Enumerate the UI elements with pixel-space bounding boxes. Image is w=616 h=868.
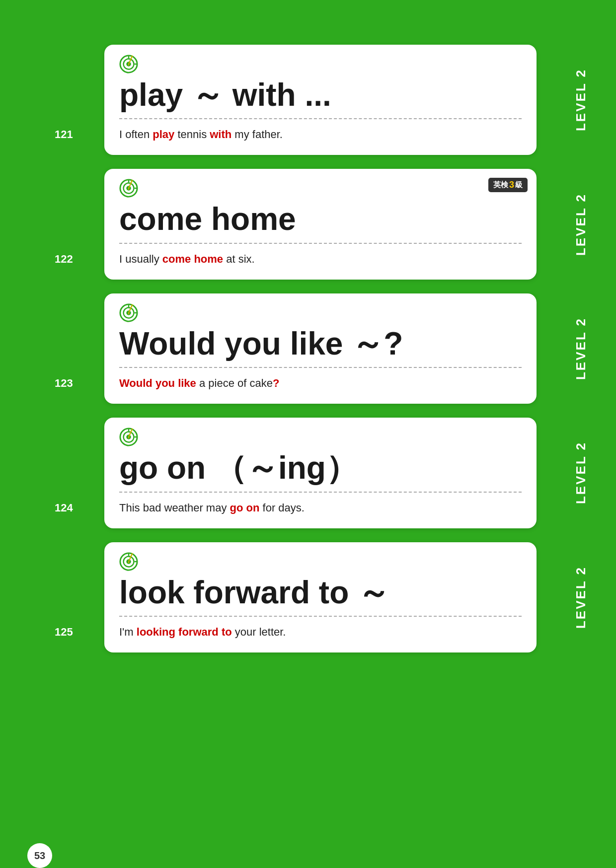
eiken-badge: 英検 3 級 <box>488 178 528 192</box>
level-label-1: LEVEL 2 <box>573 69 589 131</box>
card-sentence-124: This bad weather may go on for days. <box>119 500 522 516</box>
card-number-123: 123 <box>55 377 73 390</box>
card-icon-121 <box>119 55 138 73</box>
card-title-123: Would you like ～? <box>119 326 522 361</box>
card-title-124: go on （～ing） <box>119 450 522 485</box>
highlight-come-home: come home <box>162 253 223 265</box>
card-icon-122 <box>119 179 138 198</box>
page: 121 play ～ with ... I often play tennis … <box>0 15 616 868</box>
card-title-121: play ～ with ... <box>119 77 522 112</box>
card-number-121: 121 <box>55 128 73 141</box>
card-number-125: 125 <box>55 626 73 639</box>
highlight-question: ? <box>273 377 279 389</box>
card-sentence-121: I often play tennis with my father. <box>119 126 522 143</box>
card-125: look forward to ～ I'm looking forward to… <box>104 542 537 652</box>
highlight-play: play <box>153 128 174 141</box>
card-sentence-125: I'm looking forward to your letter. <box>119 624 522 640</box>
card-sentence-123: Would you like a piece of cake? <box>119 375 522 391</box>
target-icon-3 <box>119 303 138 322</box>
card-icon-124 <box>119 428 138 446</box>
card-121: play ～ with ... I often play tennis with… <box>104 45 537 155</box>
page-number: 53 <box>27 843 52 868</box>
card-124: go on （～ing） This bad weather may go on … <box>104 418 537 528</box>
highlight-looking-forward-to: looking forward to <box>137 626 232 638</box>
card-icon-125 <box>119 552 138 571</box>
badge-text: 英検 <box>493 180 508 190</box>
card-123: Would you like ～? Would you like a piece… <box>104 293 537 404</box>
card-title-122: come home <box>119 202 522 236</box>
target-icon <box>119 55 138 73</box>
badge-num: 3 <box>509 180 514 190</box>
highlight-with: with <box>210 128 231 141</box>
target-icon-5 <box>119 552 138 571</box>
highlight-go-on: go on <box>230 502 260 514</box>
level-label-3: LEVEL 2 <box>573 317 589 380</box>
card-icon-123 <box>119 303 138 322</box>
card-sentence-122: I usually come home at six. <box>119 251 522 267</box>
target-icon-2 <box>119 179 138 198</box>
highlight-would-you-like: Would you like <box>119 377 196 389</box>
card-122: 英検 3 級 come home I usually come home at … <box>104 169 537 279</box>
level-label-5: LEVEL 2 <box>573 566 589 629</box>
level-label-4: LEVEL 2 <box>573 441 589 504</box>
card-number-124: 124 <box>55 502 73 514</box>
badge-suffix: 級 <box>515 180 523 190</box>
level-label-2: LEVEL 2 <box>573 193 589 256</box>
card-number-122: 122 <box>55 253 73 266</box>
target-icon-4 <box>119 428 138 446</box>
card-title-125: look forward to ～ <box>119 575 522 610</box>
